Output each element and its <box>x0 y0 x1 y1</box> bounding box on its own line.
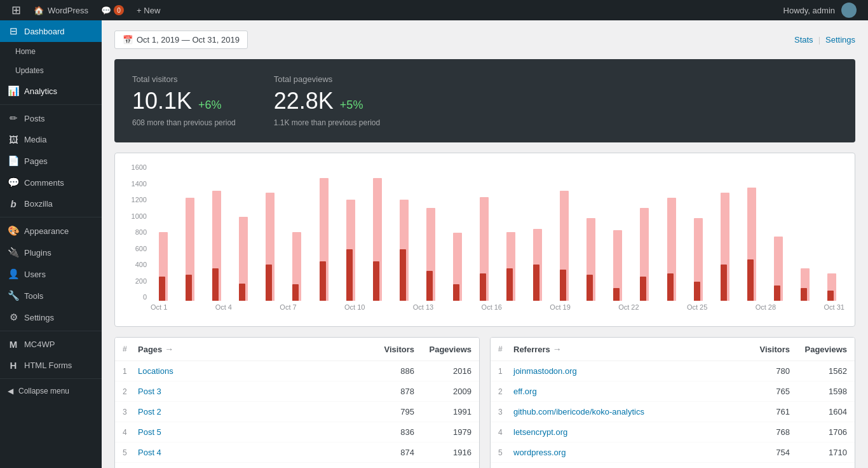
stats-link[interactable]: Stats <box>794 35 813 45</box>
referrers-row-name-1: eff.org <box>513 387 739 396</box>
bar-pageviews-10 <box>426 208 435 301</box>
sidebar-item-dashboard[interactable]: ⊟ Dashboard <box>0 20 102 42</box>
sidebar-boxzilla-label: Boxzilla <box>24 199 53 209</box>
pages-row-link-4[interactable]: Post 4 <box>138 448 161 457</box>
referrers-row-link-0[interactable]: joinmastodon.org <box>513 366 577 376</box>
pages-row-num-1: 2 <box>123 387 138 396</box>
bar-pageviews-11 <box>453 233 462 301</box>
bar-pageviews-22 <box>747 188 756 301</box>
collapse-menu-button[interactable]: ◀ Collapse menu <box>0 382 102 401</box>
bar-group-14 <box>525 229 550 301</box>
comments-icon: 💬 <box>101 6 111 15</box>
site-name: WordPress <box>48 6 88 15</box>
y-label-1400: 1400 <box>125 180 151 188</box>
sidebar-item-tools[interactable]: 🔧 Tools <box>0 285 102 306</box>
date-range-button[interactable]: 📅 Oct 1, 2019 — Oct 31, 2019 <box>114 31 248 49</box>
sidebar-item-analytics[interactable]: 📊 Analytics <box>0 80 102 102</box>
sidebar-item-posts[interactable]: ✏ Posts <box>0 107 102 129</box>
bar-group-25 <box>819 273 844 301</box>
sidebar-media-label: Media <box>24 135 46 144</box>
pages-row-link-2[interactable]: Post 2 <box>138 407 161 416</box>
sidebar-html-forms-label: HTML Forms <box>24 361 72 370</box>
x-label-oct19: Oct 19 <box>550 303 570 316</box>
bar-pageviews-6 <box>320 178 329 301</box>
referrers-row-name-2: github.com/ibericode/koko-analytics <box>513 407 739 416</box>
sidebar-item-users[interactable]: 👤 Users <box>0 263 102 285</box>
bar-group-0 <box>151 232 176 301</box>
sidebar-item-comments[interactable]: 💬 Comments <box>0 172 102 193</box>
referrers-row-name-0: joinmastodon.org <box>513 366 739 376</box>
sidebar-item-plugins[interactable]: 🔌 Plugins <box>0 242 102 263</box>
bar-group-17 <box>605 230 630 301</box>
bar-visitors-17 <box>613 288 620 301</box>
bar-group-1 <box>177 198 203 301</box>
sidebar-item-media[interactable]: 🖼 Media <box>0 129 102 150</box>
referrers-row-pageviews-0: 1562 <box>790 366 847 376</box>
x-label-oct13: Oct 13 <box>413 303 433 316</box>
pages-row-4: 5 Post 4 874 1916 <box>115 443 479 463</box>
sidebar-item-boxzilla[interactable]: b Boxzilla <box>0 193 102 214</box>
pages-row-link-0[interactable]: Locations <box>138 366 173 376</box>
referrers-row-link-1[interactable]: eff.org <box>513 387 537 396</box>
pages-row-num-2: 3 <box>123 408 138 416</box>
bar-pageviews-17 <box>613 230 622 301</box>
referrers-row-link-4[interactable]: wordpress.org <box>513 448 566 457</box>
adminbar-new[interactable]: + New <box>130 0 166 20</box>
adminbar-user[interactable]: Howdy, admin <box>777 0 863 20</box>
pages-visitors-header: Visitors <box>363 345 414 354</box>
wp-logo-icon[interactable]: ⊞ <box>5 3 27 17</box>
sidebar-mc4wp-label: MC4WP <box>24 340 55 349</box>
pageviews-number: 22.8K <box>274 88 334 114</box>
sidebar-item-mc4wp[interactable]: M MC4WP <box>0 334 102 355</box>
adminbar-site[interactable]: 🏠 WordPress <box>27 0 95 20</box>
bar-pageviews-15 <box>560 191 569 301</box>
x-label-oct16: Oct 16 <box>482 303 502 316</box>
bar-group-7 <box>338 200 363 301</box>
bar-visitors-3 <box>239 284 245 301</box>
pages-row-num-0: 1 <box>123 367 138 376</box>
bar-visitors-21 <box>721 265 727 301</box>
bar-visitors-25 <box>827 291 834 301</box>
sidebar-item-appearance[interactable]: 🎨 Appearance <box>0 220 102 242</box>
bar-pageviews-9 <box>400 200 409 301</box>
sidebar-item-html-forms[interactable]: H HTML Forms <box>0 355 102 376</box>
visitors-number: 10.1K <box>132 88 192 114</box>
pages-row-name-3: Post 5 <box>138 427 363 437</box>
pageviews-sub: 1.1K more than previous period <box>274 118 380 127</box>
chart-container: 1600 1400 1200 1000 800 600 400 200 0 Oc… <box>114 153 855 327</box>
y-label-600: 600 <box>125 245 151 252</box>
sidebar: ⊟ Dashboard Home Updates 📊 Analytics ✏ P… <box>0 20 102 468</box>
bar-group-20 <box>686 218 711 301</box>
referrers-row-pageviews-2: 1604 <box>790 407 847 416</box>
sidebar-item-pages[interactable]: 📄 Pages <box>0 150 102 172</box>
referrers-row-pageviews-1: 1598 <box>790 387 847 396</box>
bar-pageviews-16 <box>587 218 595 301</box>
pages-row-name-2: Post 2 <box>138 407 363 416</box>
referrers-row-link-2[interactable]: github.com/ibericode/koko-analytics <box>513 407 644 416</box>
bar-visitors-7 <box>346 249 353 301</box>
referrers-row-link-3[interactable]: letsencrypt.org <box>513 427 567 437</box>
sidebar-analytics-label: Analytics <box>24 86 57 96</box>
sidebar-item-settings[interactable]: ⚙ Settings <box>0 306 102 328</box>
pageviews-change: +5% <box>340 99 363 112</box>
adminbar-comments[interactable]: 💬 0 <box>95 0 130 20</box>
bars-area <box>151 163 844 301</box>
pages-row-link-3[interactable]: Post 5 <box>138 427 161 437</box>
referrers-row-name-4: wordpress.org <box>513 448 739 457</box>
sidebar-appearance-label: Appearance <box>24 226 69 236</box>
bar-pageviews-13 <box>506 232 515 301</box>
bar-group-2 <box>204 191 229 301</box>
bar-group-18 <box>632 208 657 301</box>
x-label-oct31: Oct 31 <box>824 303 844 316</box>
pages-row-name-0: Locations <box>138 366 363 376</box>
sidebar-item-home[interactable]: Home <box>0 42 102 61</box>
y-label-1200: 1200 <box>125 196 151 203</box>
tables-row: # Pages → Visitors Pageviews 1 Locations… <box>114 337 855 468</box>
bar-group-21 <box>712 193 738 301</box>
settings-link[interactable]: Settings <box>825 35 855 45</box>
referrers-arrow-icon: → <box>553 344 562 354</box>
bar-pageviews-12 <box>480 197 489 301</box>
pages-row-link-1[interactable]: Post 3 <box>138 387 161 396</box>
referrers-row-pageviews-4: 1710 <box>790 448 847 457</box>
sidebar-item-updates[interactable]: Updates <box>0 61 102 80</box>
